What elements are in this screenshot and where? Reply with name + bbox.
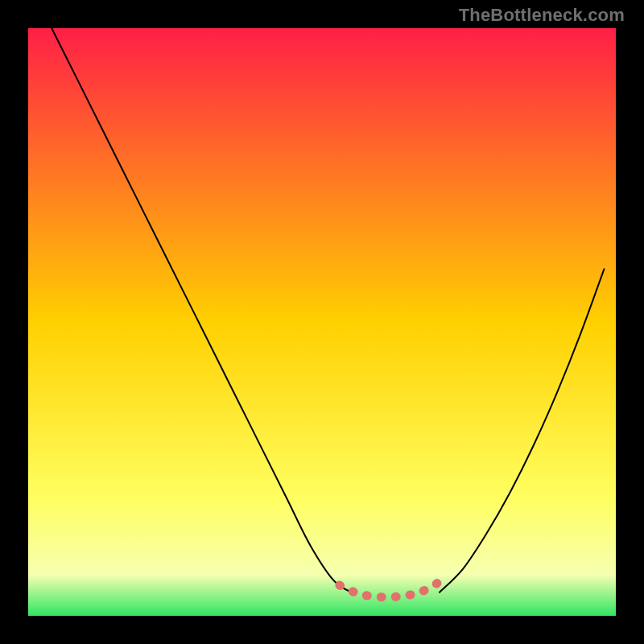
chart-svg [28,28,616,616]
chart-frame: TheBottleneck.com [0,0,644,644]
gradient-bg [28,28,616,616]
plot-area [28,28,616,616]
watermark-text: TheBottleneck.com [459,5,625,26]
